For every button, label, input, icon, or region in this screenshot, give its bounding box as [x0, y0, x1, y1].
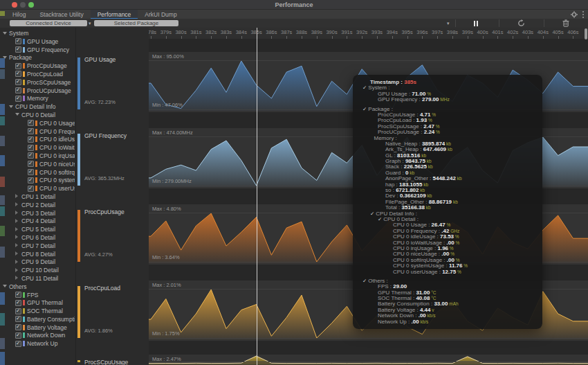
sidebar-item-package[interactable]: Package	[0, 53, 75, 62]
sidebar-item-cpu-0-usage[interactable]: ✓CPU 0 Usage	[0, 119, 75, 127]
sidebar-item-system[interactable]: System	[0, 29, 75, 37]
tab-performance[interactable]: Performance	[91, 10, 138, 19]
delete-button[interactable]	[558, 19, 574, 27]
sidebar-item-battery-voltage[interactable]: ✓Battery Voltage	[0, 323, 75, 332]
chevron-right-icon[interactable]	[15, 227, 18, 231]
tab-hilog[interactable]: Hilog	[6, 10, 33, 18]
sidebar-item-others[interactable]: Others	[0, 283, 75, 291]
checkbox[interactable]: ✓	[28, 177, 34, 184]
checkbox[interactable]: ✓	[15, 300, 21, 306]
checkbox[interactable]: ✓	[15, 316, 21, 322]
sidebar-item-cpu-11-detail[interactable]: CPU 11 Detail	[0, 274, 75, 283]
checkbox[interactable]: ✓	[15, 332, 21, 339]
chevron-right-icon[interactable]	[15, 194, 18, 198]
sidebar-item-fps[interactable]: ✓FPS	[0, 291, 75, 299]
chevron-down-icon[interactable]	[9, 105, 13, 108]
sidebar-item-gpu-frequency[interactable]: ✓GPU Frequency	[0, 46, 75, 54]
sidebar-item-cpu-8-detail[interactable]: CPU 8 Detail	[0, 250, 75, 258]
tooltip-unit: kb	[456, 176, 462, 181]
sidebar-item-cpu-0-userusage[interactable]: ✓CPU 0 userUsage	[0, 184, 75, 193]
checkbox[interactable]: ✓	[15, 341, 21, 347]
sidebar-item-cpu-6-detail[interactable]: CPU 6 Detail	[0, 233, 75, 242]
sidebar-item-battery-consumption[interactable]: ✓Battery Consumption	[0, 315, 75, 323]
sidebar-item-memory[interactable]: ✓Memory	[0, 94, 75, 103]
sidebar-item-proccpuusage[interactable]: ✓ProcCpuUsage	[0, 62, 75, 70]
checkbox[interactable]: ✓	[15, 308, 21, 314]
pause-button[interactable]	[468, 19, 484, 27]
checkbox[interactable]: ✓	[28, 120, 34, 126]
sidebar-item-cpu-2-detail[interactable]: CPU 2 Detail	[0, 201, 75, 209]
chart-plot-procscpuusage[interactable]: Max : 2.47%	[149, 355, 588, 365]
chevron-right-icon[interactable]	[15, 268, 18, 272]
sidebar-item-cpu-0-irqusage[interactable]: ✓CPU 0 irqUsage	[0, 152, 75, 160]
checkbox[interactable]: ✓	[15, 87, 21, 94]
checkbox[interactable]: ✓	[15, 46, 21, 53]
sidebar-item-network-down[interactable]: ✓Network Down	[0, 331, 75, 339]
sidebar-item-soc-thermal[interactable]: ✓SOC Thermal	[0, 307, 75, 315]
chevron-down-icon[interactable]	[15, 113, 19, 116]
chevron-right-icon[interactable]	[15, 235, 18, 239]
checkbox[interactable]: ✓	[15, 96, 21, 102]
checkbox[interactable]: ✓	[28, 152, 34, 159]
checkbox[interactable]: ✓	[28, 136, 34, 143]
axis-tick-label: 405s	[550, 29, 567, 35]
refresh-icon	[517, 19, 525, 27]
chevron-right-icon[interactable]	[15, 211, 18, 215]
checkbox[interactable]: ✓	[28, 145, 34, 151]
timeline-dropdown-arrow-icon[interactable]: ▾	[447, 21, 450, 26]
checkbox[interactable]: ✓	[28, 186, 34, 192]
sidebar-item-gpu-thermal[interactable]: ✓GPU Thermal	[0, 299, 75, 307]
chevron-down-icon[interactable]	[3, 32, 7, 35]
sidebar-item-cpu-0-detail[interactable]: CPU 0 Detail	[0, 111, 75, 119]
chevron-right-icon[interactable]	[15, 260, 18, 264]
tooltip-label: Memory :	[374, 136, 397, 141]
sidebar-item-cpu-5-detail[interactable]: CPU 5 Detail	[0, 225, 75, 233]
checkbox[interactable]: ✓	[15, 79, 21, 85]
sidebar-item-cpu-7-detail[interactable]: CPU 7 Detail	[0, 242, 75, 250]
tab-stacktrace-utility[interactable]: Stacktrace Utility	[33, 10, 90, 18]
kebab-menu-icon[interactable]	[582, 14, 584, 15]
timeline-cursor[interactable]	[257, 28, 257, 365]
sidebar-item-procucpuusage[interactable]: ✓ProcUCpuUsage	[0, 87, 75, 95]
connected-device-dropdown[interactable]: Connected Device	[10, 20, 87, 26]
sidebar-item-cpu-0-softirqusage[interactable]: ✓CPU 0 softIrqUsage	[0, 168, 75, 177]
chevron-right-icon[interactable]	[15, 276, 18, 280]
sidebar-item-cpu-0-frequency[interactable]: ✓CPU 0 Frequency	[0, 127, 75, 136]
sidebar-item-cpu-0-systemusage[interactable]: ✓CPU 0 systemUsage	[0, 176, 75, 184]
tooltip-row-cpu-0-softirqusage: CPU 0 softIrqUsage : .00 %	[358, 258, 537, 263]
sidebar-item-cpu-10-detail[interactable]: CPU 10 Detail	[0, 266, 75, 274]
sidebar-item-network-up[interactable]: ✓Network Up	[0, 339, 75, 348]
checkbox[interactable]: ✓	[15, 324, 21, 330]
chevron-right-icon[interactable]	[15, 202, 18, 206]
sidebar-item-label: CPU 3 Detail	[21, 210, 55, 217]
refresh-button[interactable]	[513, 19, 529, 27]
sidebar-item-cpu-1-detail[interactable]: CPU 1 Detail	[0, 193, 75, 201]
tooltip-value: 71.00	[412, 91, 425, 97]
sidebar-item-procscpuusage[interactable]: ✓ProcSCpuUsage	[0, 78, 75, 87]
settings-gear-icon[interactable]	[571, 11, 578, 18]
checkbox[interactable]: ✓	[15, 71, 21, 77]
device-dropdown-arrow-icon[interactable]: ▾	[89, 21, 91, 26]
sidebar-item-cpu-3-detail[interactable]: CPU 3 Detail	[0, 209, 75, 217]
checkbox[interactable]: ✓	[15, 38, 21, 44]
checkbox[interactable]: ✓	[28, 161, 34, 167]
selected-package-dropdown[interactable]: Selected Package	[94, 20, 178, 26]
chevron-right-icon[interactable]	[15, 219, 18, 223]
sidebar-item-cpu-0-iowaitusage[interactable]: ✓CPU 0 ioWaitUsage	[0, 143, 75, 152]
sidebar-item-cpu-0-niceusage[interactable]: ✓CPU 0 niceUsage	[0, 160, 75, 168]
vertical-scrollbar-thumb[interactable]	[585, 28, 587, 39]
sidebar-item-cpu-9-detail[interactable]: CPU 9 Detail	[0, 258, 75, 266]
checkbox[interactable]: ✓	[15, 292, 21, 298]
sidebar-item-cpu-detail-info[interactable]: CPU Detail Info	[0, 103, 75, 111]
chevron-right-icon[interactable]	[15, 243, 18, 247]
tab-arkui-dump[interactable]: ArkUI Dump	[138, 10, 183, 18]
sidebar-item-cpu-4-detail[interactable]: CPU 4 Detail	[0, 217, 75, 225]
checkbox[interactable]: ✓	[28, 128, 34, 134]
checkbox[interactable]: ✓	[28, 169, 34, 175]
chevron-right-icon[interactable]	[15, 251, 18, 256]
sidebar-item-cpu-0-idleusage[interactable]: ✓CPU 0 idleUsage	[0, 135, 75, 143]
chevron-down-icon[interactable]	[3, 285, 7, 287]
sidebar-item-gpu-usage[interactable]: ✓GPU Usage	[0, 37, 75, 46]
sidebar-item-proccpuload[interactable]: ✓ProcCpuLoad	[0, 70, 75, 78]
checkbox[interactable]: ✓	[15, 63, 21, 69]
